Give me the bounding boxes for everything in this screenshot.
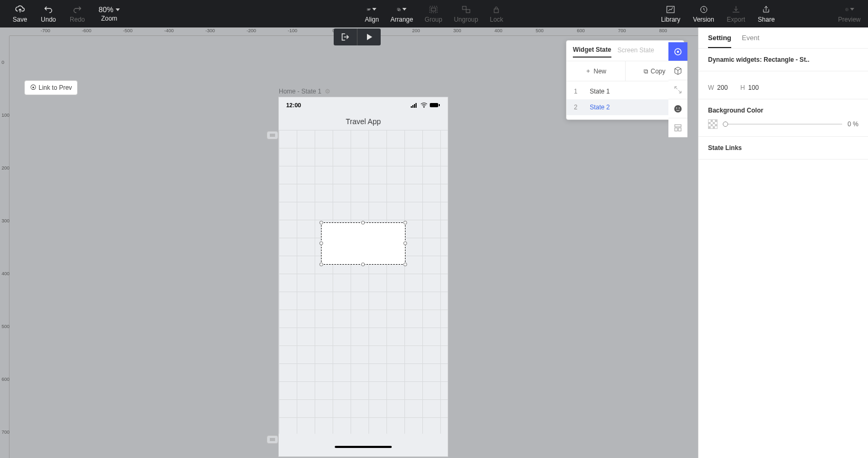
expand-icon[interactable] xyxy=(668,80,687,99)
zoom-control[interactable]: 80% Zoom xyxy=(97,0,122,27)
group-icon xyxy=(429,5,438,14)
redo-button[interactable]: Redo xyxy=(68,0,87,27)
opacity-slider[interactable] xyxy=(723,124,842,125)
status-icons xyxy=(411,102,440,108)
group-label: Group xyxy=(424,16,442,23)
resize-handle[interactable] xyxy=(319,241,323,245)
state-row-number: 1 xyxy=(574,88,579,95)
resize-handle[interactable] xyxy=(319,263,323,266)
resize-handle[interactable] xyxy=(403,221,407,225)
version-icon xyxy=(699,5,709,14)
zoom-value: 80% xyxy=(99,5,114,14)
state-row[interactable]: 2 State 2 xyxy=(567,99,684,115)
arrange-label: Arrange xyxy=(391,16,413,23)
copy-icon: ⧉ xyxy=(644,68,648,75)
artboard[interactable]: 12:00 Travel App xyxy=(279,97,448,456)
align-icon xyxy=(367,5,376,14)
align-button[interactable]: Align xyxy=(363,0,381,27)
battery-icon xyxy=(430,102,440,108)
resize-handle[interactable] xyxy=(403,241,407,245)
redo-icon xyxy=(72,5,82,14)
status-bar: 12:00 xyxy=(279,97,448,113)
svg-point-21 xyxy=(679,107,680,108)
svg-rect-3 xyxy=(431,8,436,11)
download-icon xyxy=(731,5,741,14)
svg-rect-5 xyxy=(466,10,470,13)
exit-preview-button[interactable] xyxy=(334,29,357,45)
smiley-icon[interactable] xyxy=(668,99,687,118)
share-icon xyxy=(761,5,771,14)
save-label: Save xyxy=(13,16,27,23)
resize-handle[interactable] xyxy=(361,263,365,266)
svg-rect-15 xyxy=(430,103,438,107)
state-row-name: State 1 xyxy=(590,88,610,95)
side-rail xyxy=(668,42,687,137)
dynamic-widgets-title: Dynamic widgets: Rectangle - St.. xyxy=(708,56,858,63)
new-state-button[interactable]: ＋New xyxy=(567,61,626,81)
tab-screen-state[interactable]: Screen State xyxy=(618,46,654,57)
ungroup-button[interactable]: Ungroup xyxy=(452,0,480,27)
artboard-label[interactable]: Home - State 1 ⚙ xyxy=(279,88,331,95)
svg-rect-2 xyxy=(430,6,437,13)
artboard-label-text: Home - State 1 xyxy=(279,88,322,95)
lock-button[interactable]: Lock xyxy=(488,0,505,27)
state-row[interactable]: 1 State 1 xyxy=(567,83,684,99)
state-row-number: 2 xyxy=(574,104,579,111)
export-button[interactable]: Export xyxy=(725,0,748,27)
slider-thumb[interactable] xyxy=(723,121,728,127)
color-swatch[interactable] xyxy=(708,119,718,129)
play-button[interactable] xyxy=(357,29,381,45)
width-value[interactable]: 200 xyxy=(717,84,728,91)
artboard-tab-handle[interactable] xyxy=(267,131,278,139)
svg-point-19 xyxy=(674,105,682,113)
arrange-button[interactable]: Arrange xyxy=(389,0,416,27)
state-row-name: State 2 xyxy=(590,104,610,111)
background-color-label: Background Color xyxy=(708,107,858,114)
cube-icon[interactable] xyxy=(668,61,687,80)
svg-rect-11 xyxy=(412,105,413,108)
group-button[interactable]: Group xyxy=(422,0,444,27)
widget-state-panel: Widget State Screen State ✕ ＋New ⧉Copy 1… xyxy=(566,40,684,120)
opacity-value: 0 % xyxy=(847,120,858,128)
undo-button[interactable]: Undo xyxy=(39,0,58,27)
home-indicator xyxy=(335,446,392,448)
svg-rect-4 xyxy=(463,6,466,10)
tab-event[interactable]: Event xyxy=(742,34,759,48)
redo-label: Redo xyxy=(70,16,85,23)
ungroup-icon xyxy=(461,5,471,14)
link-to-prev-button[interactable]: ⦿ Link to Prev xyxy=(24,80,78,95)
height-label: H xyxy=(740,84,745,91)
svg-rect-13 xyxy=(416,103,417,108)
save-button[interactable]: Save xyxy=(11,0,29,27)
ungroup-label: Ungroup xyxy=(454,16,478,23)
state-list: 1 State 1 2 State 2 xyxy=(567,81,684,119)
share-button[interactable]: Share xyxy=(756,0,777,27)
ruler-vertical: 0100200300400500600700800 xyxy=(0,36,10,458)
library-button[interactable]: Library xyxy=(659,0,683,27)
height-value[interactable]: 100 xyxy=(748,84,759,91)
cloud-upload-icon xyxy=(15,5,25,14)
zoom-label: Zoom xyxy=(101,15,117,22)
preview-label: Preview xyxy=(838,16,861,23)
svg-point-14 xyxy=(423,107,424,108)
library-icon xyxy=(666,5,675,14)
gear-icon[interactable]: ⚙ xyxy=(325,88,331,95)
arrange-icon xyxy=(397,5,407,14)
resize-handle[interactable] xyxy=(319,221,323,225)
svg-rect-24 xyxy=(678,128,681,131)
link-icon: ⦿ xyxy=(30,84,36,91)
layout-icon[interactable] xyxy=(668,118,687,137)
svg-rect-6 xyxy=(494,9,498,13)
target-icon[interactable] xyxy=(668,42,687,61)
svg-rect-10 xyxy=(411,106,412,108)
preview-button[interactable]: Preview xyxy=(836,0,863,27)
align-label: Align xyxy=(365,16,379,23)
preview-icon xyxy=(845,5,854,14)
artboard-tab-handle[interactable] xyxy=(267,435,278,444)
resize-handle[interactable] xyxy=(403,263,407,266)
version-button[interactable]: Version xyxy=(691,0,716,27)
tab-setting[interactable]: Setting xyxy=(708,34,731,48)
tab-widget-state[interactable]: Widget State xyxy=(573,46,611,58)
resize-handle[interactable] xyxy=(361,221,365,225)
selected-rectangle[interactable] xyxy=(321,222,405,265)
